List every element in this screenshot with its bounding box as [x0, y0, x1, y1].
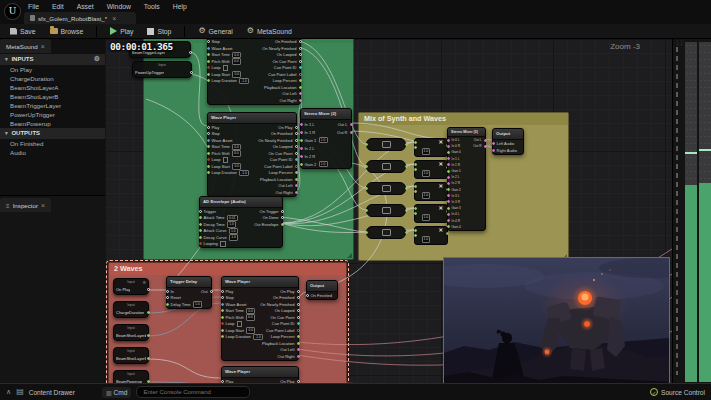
trigger-pin[interactable]	[190, 71, 193, 74]
value-field[interactable]: 1.0	[229, 234, 238, 241]
save-button[interactable]: Save	[6, 25, 40, 38]
value-box[interactable]	[382, 207, 391, 214]
gear-icon[interactable]: ⚙	[94, 55, 100, 63]
asset-pin[interactable]	[207, 139, 210, 142]
trigger-pin[interactable]	[199, 210, 202, 213]
float-pin[interactable]	[147, 334, 150, 337]
asset-pin[interactable]	[221, 303, 224, 306]
float-pin[interactable]	[414, 190, 417, 193]
audio-pin[interactable]	[447, 176, 450, 179]
node-input-beam-shot-layer-b[interactable]: InputBeamShotLayerB	[113, 347, 149, 364]
trigger-pin[interactable]	[295, 139, 298, 142]
float-pin[interactable]	[300, 139, 303, 142]
node-input-charge-duration[interactable]: InputChargeDuration	[113, 301, 149, 318]
node-trigger-delay[interactable]: Trigger DelayInOutResetDelay Time1.0	[166, 276, 212, 309]
float-pin[interactable]	[147, 357, 150, 360]
menu-help[interactable]: Help	[173, 3, 187, 10]
float-pin[interactable]	[405, 209, 408, 212]
node-wave-player-1[interactable]: Wave PlayerPlayOn PlayStopOn FinishedWav…	[207, 39, 301, 105]
time-pin[interactable]	[199, 216, 202, 219]
trigger-pin[interactable]	[297, 316, 300, 319]
audio-pin[interactable]	[299, 92, 302, 95]
value-field[interactable]: 0.0	[232, 71, 241, 78]
value-field[interactable]: 1.0	[227, 221, 236, 228]
time-pin[interactable]	[221, 329, 224, 332]
checkbox[interactable]	[220, 241, 226, 247]
float-pin[interactable]	[414, 146, 417, 149]
node-wave-player-4[interactable]: Wave PlayerPlayOn PlayStopOn FinishedWav…	[221, 366, 299, 383]
trigger-pin[interactable]	[297, 309, 300, 312]
trigger-pin[interactable]	[306, 294, 309, 297]
trigger-pin[interactable]	[207, 126, 210, 129]
trigger-pin[interactable]	[166, 290, 169, 293]
tab-metasound-asset[interactable]: sfx_Golem_RobotBlast_* ×	[24, 12, 136, 24]
audio-pin[interactable]	[300, 131, 303, 134]
node-multiply-node-5[interactable]: ✕1.0	[414, 226, 448, 245]
value-field[interactable]: 1.0	[319, 161, 328, 168]
trigger-pin[interactable]	[189, 51, 192, 54]
float-pin[interactable]	[207, 152, 210, 155]
trigger-pin[interactable]	[221, 296, 224, 299]
tab-metasound-panel[interactable]: MetaSound ×	[0, 39, 51, 53]
audio-pin[interactable]	[300, 155, 303, 158]
browse-button[interactable]: Browse	[46, 25, 88, 38]
float-pin[interactable]	[405, 165, 408, 168]
float-pin[interactable]	[147, 380, 150, 383]
int-pin[interactable]	[297, 322, 300, 325]
node-value-node-4[interactable]	[366, 204, 406, 217]
value-field[interactable]: -1.0	[239, 78, 249, 85]
trigger-pin[interactable]	[297, 290, 300, 293]
outputs-section-header[interactable]: ▾ OUTPUTS	[0, 128, 105, 139]
audio-pin[interactable]	[295, 191, 298, 194]
node-value-node-1[interactable]	[366, 138, 406, 151]
value-field[interactable]: 1.0	[193, 301, 202, 308]
float-pin[interactable]	[414, 234, 417, 237]
node-value-node-2[interactable]	[366, 160, 406, 173]
value-field[interactable]: 0.0	[246, 314, 255, 321]
value-field[interactable]: 1.0	[422, 236, 431, 243]
audio-pin[interactable]	[295, 184, 298, 187]
input-item-on-play[interactable]: On Play	[0, 65, 105, 74]
node-input-beam-powerup[interactable]: InputBeamPowerup	[113, 370, 149, 383]
checkbox[interactable]	[237, 321, 243, 327]
float-pin[interactable]	[414, 212, 417, 215]
value-field[interactable]: -1.0	[239, 170, 249, 177]
audio-pin[interactable]	[300, 147, 303, 150]
audio-pin[interactable]	[447, 139, 450, 142]
audio-pin[interactable]	[447, 145, 450, 148]
menu-window[interactable]: Window	[107, 3, 131, 10]
trigger-pin[interactable]	[207, 132, 210, 135]
node-multiply-node-3[interactable]: ✕1.0	[414, 182, 448, 201]
stop-button[interactable]: Stop	[143, 25, 175, 38]
trigger-pin[interactable]	[166, 296, 169, 299]
node-output-audio[interactable]: OutputLeft AudioRight Audio	[492, 128, 524, 155]
time-pin[interactable]	[221, 335, 224, 338]
trigger-pin[interactable]	[299, 47, 302, 50]
audio-pin[interactable]	[447, 194, 450, 197]
float-pin[interactable]	[414, 207, 417, 210]
general-settings-button[interactable]: ⚙ General	[194, 25, 236, 38]
inputs-section-header[interactable]: ▾ INPUTS ⚙	[0, 54, 105, 65]
node-input-power-up-trigger[interactable]: InputPowerUpTrigger	[132, 61, 192, 78]
trigger-pin[interactable]	[207, 40, 210, 43]
audio-pin[interactable]	[297, 355, 300, 358]
float-pin[interactable]	[199, 229, 202, 232]
trigger-pin[interactable]	[295, 126, 298, 129]
output-item-audio[interactable]: Audio	[0, 148, 105, 157]
trigger-pin[interactable]	[295, 152, 298, 155]
audio-pin[interactable]	[299, 99, 302, 102]
time-pin[interactable]	[207, 73, 210, 76]
menu-tools[interactable]: Tools	[144, 3, 160, 10]
audio-pin[interactable]	[297, 348, 300, 351]
float-pin[interactable]	[365, 209, 368, 212]
float-pin[interactable]	[295, 178, 298, 181]
node-multiply-node-1[interactable]: ✕1.0	[414, 138, 448, 157]
float-pin[interactable]	[414, 185, 417, 188]
value-box[interactable]	[382, 163, 391, 170]
time-pin[interactable]	[207, 79, 210, 82]
node-wave-player-2[interactable]: Wave PlayerPlayOn PlayStopOn FinishedWav…	[207, 112, 297, 197]
time-pin[interactable]	[207, 171, 210, 174]
audio-pin[interactable]	[492, 142, 495, 145]
trigger-pin[interactable]	[281, 216, 284, 219]
audio-pin[interactable]	[300, 123, 303, 126]
